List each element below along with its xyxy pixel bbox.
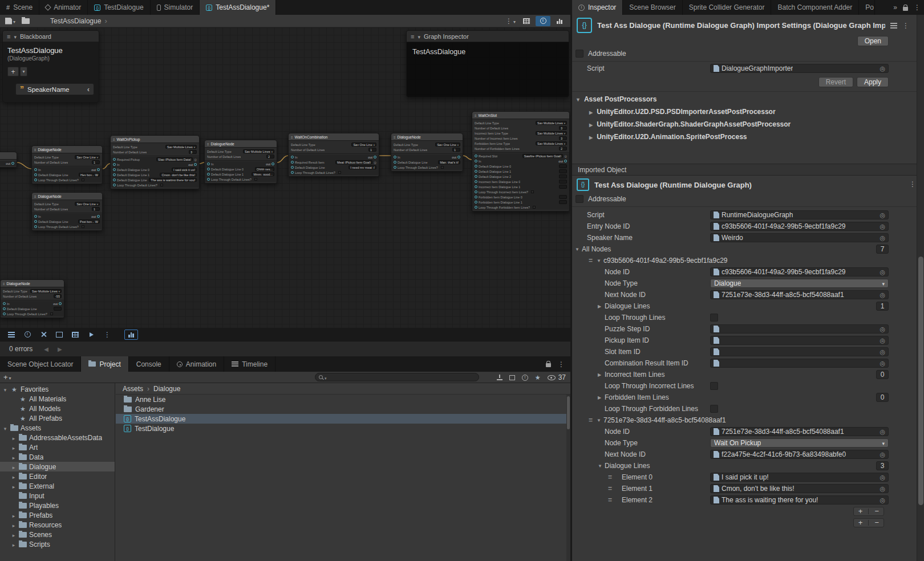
window-tab[interactable]: Inspector [572,0,623,15]
open-asset-button[interactable] [19,16,32,26]
blackboard-panel[interactable]: Blackboard TestAssDialogue (DialogueGrap… [2,30,99,103]
text-field[interactable]: I said pick it up! [710,473,889,482]
text-field[interactable]: The ass is waiting there for you! [710,495,889,505]
text-field[interactable]: Cmon, don't be like this! [710,484,889,493]
next-error-button[interactable] [58,345,62,353]
foldout-expanded-icon[interactable] [597,417,603,423]
graph-inspector-header[interactable]: Graph Inspector [407,31,569,42]
graph-node[interactable]: DialogueNode Default Line Type Say Multi… [204,140,277,184]
node-field[interactable]: 3 [559,126,567,130]
breadcrumb-root[interactable]: Assets [123,385,143,393]
input-port[interactable] [291,171,294,174]
save-button[interactable] [3,16,17,26]
graph-options-button[interactable] [504,16,517,26]
checkbox[interactable] [160,184,163,186]
project-tree-item[interactable]: All Materials [0,394,115,404]
panel-tab[interactable]: Console [129,356,169,372]
output-port[interactable] [271,162,274,165]
node-field[interactable]: Say One Line [435,143,460,147]
window-tab[interactable]: Scene Browser [623,0,682,15]
node-field[interactable]: Meat (Pickup Item Goal) [335,160,372,164]
project-list-item[interactable]: TestDialogue [116,424,570,433]
node-field[interactable]: -55 [54,294,62,298]
text-field[interactable] [710,347,889,356]
search-input[interactable] [329,373,475,381]
node-title-bar[interactable]: DialogueNode [32,146,102,153]
node-title-bar[interactable]: DialogueNode [391,133,463,141]
input-port[interactable] [291,161,294,164]
window-tab[interactable]: TestDialogue [88,0,150,15]
node-field[interactable]: Say Multiple Lines [30,289,62,293]
expand-arrow-icon[interactable] [13,455,15,461]
node-field[interactable]: Slap (Pickup Item Data) [156,157,193,161]
input-port[interactable] [475,155,477,157]
expand-arrow-icon[interactable] [13,532,15,538]
text-field[interactable] [710,324,889,334]
input-port[interactable] [34,220,37,223]
input-port[interactable] [394,161,396,164]
project-tree-item[interactable]: Favorites [0,384,115,394]
project-scrollbar[interactable] [566,395,570,561]
object-picker-icon[interactable] [880,64,885,72]
node-field[interactable] [559,174,567,178]
script-field[interactable]: DialogueGraphImporter [710,64,889,73]
node-title-bar[interactable]: DialogueNode [1,280,64,287]
input-port[interactable] [475,201,477,204]
hidden-items-count[interactable]: 37 [548,373,566,381]
open-button[interactable]: Open [857,36,889,46]
graph-node[interactable]: DialogueNode Default Line Type Say Multi… [0,279,64,318]
drag-handle-icon[interactable] [589,257,597,265]
input-port[interactable] [207,178,210,181]
graph-node[interactable]: WaitOnSlot Default Line Type Say Multipl… [472,111,570,212]
object-picker-icon[interactable] [880,325,885,333]
object-picker-icon[interactable] [880,291,885,299]
text-field[interactable]: f22a475e-4c2f-41c6-9b73-6a83498abfe0 [710,450,889,459]
object-picker-icon[interactable] [880,222,885,230]
node-field[interactable]: Say Multiple Lines [536,141,567,145]
add-property-caret[interactable] [20,67,27,76]
expand-arrow-icon[interactable] [13,465,15,470]
foldout-expanded-icon[interactable] [575,246,582,252]
expand-arrow-icon[interactable] [13,474,15,480]
checkbox[interactable] [710,314,718,322]
drag-handle-icon[interactable] [589,416,597,424]
node-field[interactable] [559,169,567,173]
package-filter-icon[interactable] [509,375,515,380]
window-tab[interactable]: Po [859,0,875,15]
window-tab[interactable]: Animator [39,0,88,15]
checkbox[interactable] [441,166,444,169]
header-menu-icon[interactable] [902,22,909,30]
project-tree-item[interactable]: Input [0,491,115,501]
remove-element-button[interactable] [874,519,879,527]
object-picker-icon[interactable] [880,234,885,242]
input-port[interactable] [34,168,37,171]
blackboard-toggle-button[interactable] [552,16,567,26]
node-field[interactable]: Sawfire (Pickup Item Goal) [522,154,563,158]
chart-toggle-button[interactable] [124,330,138,340]
input-port[interactable] [207,162,210,165]
expand-arrow-icon[interactable] [13,484,15,490]
tools-button[interactable] [37,330,50,340]
presets-icon[interactable] [890,23,897,29]
panel-tab[interactable]: Scene Object Locator [0,356,81,372]
node-field[interactable] [559,164,567,168]
project-tree-item[interactable]: All Models [0,404,115,413]
scrollbar-thumb[interactable] [918,257,923,505]
node-field[interactable]: Say One Line [351,143,376,147]
foldout-collapsed-icon[interactable] [589,133,593,141]
postprocessor-item[interactable]: UnityEditor.U2D.PSD.PSDImporterAssetPost… [572,105,924,118]
window-menu-icon[interactable] [914,3,921,11]
foldout-collapsed-icon[interactable] [598,395,605,400]
info-button[interactable] [21,330,34,340]
graph-node[interactable]: DialogueNode Default Line Type Say One L… [391,133,463,172]
postprocessor-item[interactable]: UnityEditor.U2D.Animation.SpritePostProc… [572,131,924,143]
node-field[interactable]: 3 [189,150,197,154]
input-port[interactable] [3,312,6,315]
project-list-item[interactable]: Gardener [116,404,570,414]
output-port[interactable] [97,215,100,218]
lock-icon[interactable] [903,7,908,11]
expand-arrow-icon[interactable] [13,445,15,451]
node-field[interactable]: Say Multiple Lines [243,149,274,153]
collapse-caret-icon[interactable] [418,33,420,40]
project-tree-item[interactable]: Resources [0,520,115,530]
